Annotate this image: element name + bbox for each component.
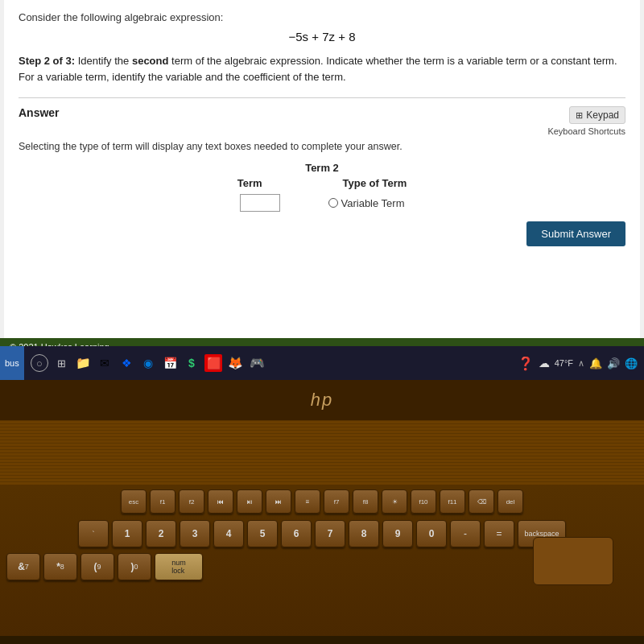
- key-f8[interactable]: f8: [353, 489, 378, 514]
- key-f1[interactable]: f1: [150, 489, 175, 514]
- touchpad[interactable]: [533, 537, 613, 585]
- taskbar-right: ❓ ☁ 47°F ∧ 🔔 🔊 🌐: [518, 356, 638, 371]
- variable-term-radio[interactable]: [328, 198, 338, 208]
- key-star8[interactable]: *8: [43, 553, 77, 580]
- taskbar: bus ○ ⊞ 📁 ✉ ❖ ◉ 📅 $ 🟥 🦊 🎮 ❓ ☁ 47°F ∧ 🔔 🔊…: [0, 346, 644, 380]
- term-col-header: Term: [237, 177, 262, 189]
- keyboard-shortcuts-label: Keyboard Shortcuts: [547, 126, 625, 136]
- key-f9[interactable]: ☀: [382, 489, 407, 514]
- keypad-icon: ⊞: [576, 110, 583, 121]
- term-table-header: Term Type of Term: [19, 177, 625, 189]
- keypad-area: ⊞ Keypad Keyboard Shortcuts: [547, 106, 625, 136]
- key-6[interactable]: 6: [281, 520, 312, 547]
- key-f4[interactable]: ⏯: [237, 489, 262, 514]
- answer-header: Answer ⊞ Keypad Keyboard Shortcuts: [19, 106, 625, 136]
- expression: −5s + 7z + 8: [19, 30, 625, 43]
- keyboard-area: esc f1 f2 ⏮ ⏯ ⏭ ≡ f7 f8 ☀ f10 f11 ⌫ del …: [0, 420, 644, 636]
- firefox-icon[interactable]: 🦊: [226, 354, 244, 372]
- step-text: Step 2 of 3: Identify the second term of…: [19, 53, 625, 85]
- screen-area: Consider the following algebraic express…: [0, 0, 644, 346]
- key-9[interactable]: 9: [382, 520, 413, 547]
- key-7[interactable]: 7: [315, 520, 345, 547]
- taskbar-bus-label: bus: [0, 346, 24, 380]
- term-type-area: Variable Term: [328, 197, 405, 209]
- taskview-icon[interactable]: ⊞: [52, 354, 70, 372]
- term-row: Variable Term: [19, 194, 625, 212]
- key-2[interactable]: 2: [146, 520, 176, 547]
- consider-text: Consider the following algebraic express…: [19, 11, 625, 23]
- submit-area: Submit Answer: [19, 221, 625, 254]
- key-f5[interactable]: ⏭: [266, 489, 291, 514]
- step-bold: second: [132, 55, 169, 67]
- variable-term-radio-label[interactable]: Variable Term: [328, 197, 405, 209]
- submit-button[interactable]: Submit Answer: [526, 221, 625, 246]
- keyboard-row-1: esc f1 f2 ⏮ ⏯ ⏭ ≡ f7 f8 ☀ f10 f11 ⌫ del: [0, 488, 644, 515]
- notification-icon[interactable]: 🔔: [589, 357, 602, 369]
- key-f7[interactable]: f7: [324, 489, 349, 514]
- ms-icon[interactable]: 🟥: [204, 354, 222, 372]
- volume-icon[interactable]: 🔊: [607, 357, 620, 369]
- answer-label: Answer: [19, 106, 60, 119]
- variable-term-text: Variable Term: [341, 197, 405, 209]
- term-input[interactable]: [240, 194, 280, 212]
- term2-label: Term 2: [19, 162, 625, 174]
- keypad-label: Keypad: [586, 109, 619, 121]
- hp-bar: hp: [0, 380, 644, 420]
- key-numlock[interactable]: numlock: [155, 553, 203, 580]
- key-1[interactable]: 1: [112, 520, 142, 547]
- key-5[interactable]: 5: [247, 520, 278, 547]
- key-del[interactable]: del: [497, 489, 523, 514]
- answer-section: Answer ⊞ Keypad Keyboard Shortcuts Selec…: [19, 97, 625, 254]
- file-explorer-icon[interactable]: 📁: [74, 354, 92, 372]
- key-f12[interactable]: ⌫: [469, 489, 494, 514]
- calendar-icon[interactable]: 📅: [161, 354, 179, 372]
- mail-icon[interactable]: ✉: [96, 354, 114, 372]
- hp-logo: hp: [311, 390, 333, 411]
- keypad-button[interactable]: ⊞ Keypad: [569, 106, 625, 124]
- game-icon[interactable]: 🎮: [248, 354, 266, 372]
- temperature: 47°F: [555, 358, 573, 368]
- step-prefix: Step 2 of 3:: [19, 55, 78, 67]
- key-f6[interactable]: ≡: [295, 489, 320, 514]
- chevron-up-icon[interactable]: ∧: [578, 358, 584, 369]
- key-equals[interactable]: =: [484, 520, 514, 547]
- dropbox-icon[interactable]: ❖: [118, 354, 135, 372]
- weather-icon: ☁: [539, 357, 550, 369]
- key-esc[interactable]: esc: [121, 489, 147, 514]
- key-f10[interactable]: f10: [411, 489, 436, 514]
- key-amp7[interactable]: &7: [6, 553, 40, 580]
- key-f2[interactable]: f2: [179, 489, 204, 514]
- content-panel: Consider the following algebraic express…: [4, 0, 640, 338]
- key-0[interactable]: 0: [416, 520, 447, 547]
- keyboard-row-bottom: &7 *8 (9 )0 numlock: [0, 551, 644, 603]
- key-4[interactable]: 4: [213, 520, 244, 547]
- keyboard-grill: [0, 420, 644, 485]
- edge-icon[interactable]: ◉: [139, 354, 157, 372]
- key-minus[interactable]: -: [450, 520, 481, 547]
- step-intro: Identify the: [78, 55, 130, 67]
- key-f11[interactable]: f11: [440, 489, 465, 514]
- key-rparen0[interactable]: )0: [118, 553, 151, 580]
- key-8[interactable]: 8: [349, 520, 379, 547]
- selecting-text: Selecting the type of term will display …: [19, 141, 625, 152]
- key-backtick[interactable]: `: [78, 520, 109, 547]
- start-button[interactable]: ○: [31, 354, 48, 372]
- key-f3[interactable]: ⏮: [208, 489, 233, 514]
- key-paren9[interactable]: (9: [80, 553, 114, 580]
- type-col-header: Type of Term: [343, 177, 407, 189]
- dollar-icon[interactable]: $: [183, 354, 200, 372]
- help-icon[interactable]: ❓: [518, 356, 534, 371]
- key-3[interactable]: 3: [180, 520, 210, 547]
- network-icon[interactable]: 🌐: [625, 357, 638, 369]
